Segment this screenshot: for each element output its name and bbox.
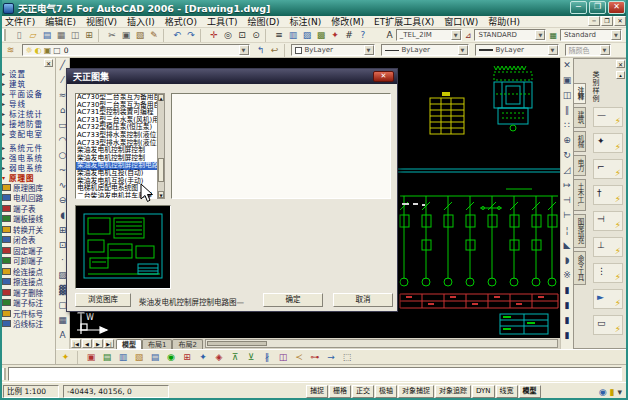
status-toggle[interactable]: 对象追踪 [435, 385, 471, 398]
screen-menu-group[interactable]: ▸强电系统 [0, 152, 55, 162]
table-icon[interactable]: ▦ [57, 313, 69, 328]
color-combo[interactable]: ByLayer ▼ [291, 44, 375, 56]
command-input[interactable] [8, 367, 622, 381]
zoom-realtime-icon[interactable]: ◎ [222, 29, 235, 42]
tz-probe-tool-icon[interactable]: ⊶ [309, 351, 322, 364]
status-menu-arrow-icon[interactable]: ▾ [617, 387, 622, 397]
linetype-combo[interactable]: ByLayer ▼ [381, 44, 469, 56]
panel-tool-2-icon[interactable]: ▮ [561, 298, 573, 313]
screen-menu-item[interactable]: 固定端子 [0, 245, 55, 256]
menu-item[interactable]: 文件(F) [0, 15, 40, 28]
dropdown-arrow-icon[interactable]: ▼ [548, 45, 558, 55]
copy-object-icon[interactable]: ▣ [561, 73, 573, 88]
menu-item[interactable]: 帮助(H) [483, 15, 525, 28]
panel-tool-4-icon[interactable]: ▮ [561, 328, 573, 343]
save-icon[interactable]: ▤ [41, 29, 54, 42]
stretch-icon[interactable]: ↦ [561, 178, 573, 193]
erase-icon[interactable]: ✕ [561, 58, 573, 73]
open-icon[interactable]: ▱ [27, 29, 40, 42]
dim-style-combo[interactable]: STANDARD ▼ [474, 29, 546, 41]
dialog-close-button[interactable]: ✕ [373, 71, 394, 82]
screen-menu-item[interactable]: 闭合表 [0, 235, 55, 246]
move-icon[interactable]: ⊕ [561, 133, 573, 148]
tab-nav-icon[interactable]: |◀ [71, 339, 81, 348]
menu-item[interactable]: 标注(N) [284, 15, 326, 28]
help-icon[interactable]: ? [357, 29, 370, 42]
quickcalc-icon[interactable]: # [343, 29, 356, 42]
tz-distribute-tool-icon[interactable]: ∦ [261, 351, 274, 364]
layer-previous-icon[interactable]: ↩ [268, 44, 281, 57]
extend-icon[interactable]: ⊢ [561, 208, 573, 223]
tz-symbol-tool-icon[interactable]: ▧ [133, 351, 146, 364]
properties-icon[interactable]: ≡ [273, 29, 286, 42]
dropdown-arrow-icon[interactable]: ▼ [458, 45, 468, 55]
plot-preview-icon[interactable]: ◫ [69, 29, 82, 42]
palette-tab[interactable]: 图案填充 [574, 214, 586, 248]
tz-circle-tool-icon[interactable]: ◉ [165, 351, 178, 364]
trim-icon[interactable]: ⊣ [561, 193, 573, 208]
screen-menu-item[interactable]: 转换开关 [0, 224, 55, 235]
dialog-title-bar[interactable]: 天正图集 [67, 69, 397, 84]
explode-icon[interactable]: ※ [561, 268, 573, 283]
palette-tab[interactable]: 建筑 [574, 107, 586, 128]
dropdown-arrow-icon[interactable]: ▼ [364, 45, 374, 55]
tz-link-tool-icon[interactable]: ◈ [213, 351, 226, 364]
table-style-combo[interactable]: Standard ▼ [560, 29, 622, 41]
dropdown-arrow-icon[interactable]: ▼ [451, 30, 461, 40]
publish-icon[interactable]: ⊞ [83, 29, 96, 42]
tz-box-tool-icon[interactable]: ⬚ [341, 351, 354, 364]
tz-arrow-tool-icon[interactable]: → [325, 351, 338, 364]
scroll-down-icon[interactable]: ▼ [158, 191, 164, 198]
tz-grid-tool-icon[interactable]: ▣ [85, 351, 98, 364]
screen-menu-item[interactable]: 原理图库 [0, 182, 55, 193]
break-icon[interactable]: ¦ [561, 223, 573, 238]
sheet-set-manager-icon[interactable]: ▩ [315, 29, 328, 42]
palette-tab[interactable]: 土木工.. [574, 179, 586, 211]
palette-close-icon[interactable]: ✕ [616, 60, 625, 68]
screen-menu-item[interactable]: 元件标号 [0, 308, 55, 319]
menu-item[interactable]: 视图(V) [81, 15, 122, 28]
dashed-line-tool-icon[interactable]: ⋮⚡ [593, 263, 623, 283]
screen-menu-group[interactable]: ▸系统元件 [0, 142, 55, 152]
copy-icon[interactable]: ▣ [120, 29, 133, 42]
browse-library-button[interactable]: 浏览图库 [75, 293, 131, 307]
fillet-icon[interactable]: ◗ [561, 253, 573, 268]
make-object-layer-current-icon[interactable]: ↰ [254, 44, 267, 57]
lineweight-combo[interactable]: ByLayer ▼ [475, 44, 559, 56]
command-grip[interactable] [2, 368, 6, 380]
status-toggle[interactable]: 极轴 [375, 385, 397, 398]
tz-measure-tool-icon[interactable]: ≺ [293, 351, 306, 364]
redo-icon[interactable]: ↷ [185, 29, 198, 42]
screen-menu-group[interactable]: ▸接地防雷 [0, 118, 55, 128]
horizontal-scrollbar[interactable] [205, 339, 558, 348]
layer-combo[interactable]: ☼◐▣□ 0 ▼ [22, 44, 250, 56]
tz-table-tool-icon[interactable]: ▤ [101, 351, 114, 364]
text-style-combo[interactable]: _TEL_2IM ▼ [396, 29, 462, 41]
screen-menu-group[interactable]: ▸变配电室 [0, 128, 55, 138]
array-icon[interactable]: ∷ [561, 118, 573, 133]
ok-button[interactable]: 确定 [263, 293, 323, 307]
mdi-minimize-button[interactable]: ─ [588, 16, 600, 26]
status-toggle[interactable]: 模型 [519, 385, 541, 398]
screen-menu-item[interactable]: 端板接线 [0, 214, 55, 225]
palette-tab[interactable]: 机械 [574, 131, 586, 152]
palette-tab[interactable]: 注释 [574, 83, 586, 104]
screen-menu-item[interactable]: 电机回路 [0, 193, 55, 204]
mdi-close-button[interactable]: ✕ [614, 16, 626, 26]
paste-icon[interactable]: ▧ [134, 29, 147, 42]
panel-tool-1-icon[interactable]: ▮ [561, 283, 573, 298]
screen-menu-group[interactable]: ▸标注统计 [0, 108, 55, 118]
dropdown-arrow-icon[interactable]: ▼ [239, 45, 249, 55]
screen-menu-group[interactable]: ▸平面设备 [0, 88, 55, 98]
coordinates-readout[interactable]: -40443, 40156, 0 [63, 385, 169, 398]
rotate-icon[interactable]: ↻ [561, 148, 573, 163]
menu-item[interactable]: 修改(M) [326, 15, 369, 28]
switch-tool-icon[interactable]: ⌐⚡ [593, 159, 623, 179]
tz-node-tool-icon[interactable]: ✦ [197, 351, 210, 364]
layer-manager-icon[interactable]: ≋ [4, 44, 17, 57]
screen-menu-group[interactable]: ▾原理图 [0, 172, 55, 182]
tz-mirror-tool-icon[interactable]: ◫ [277, 351, 290, 364]
menu-item[interactable]: 工具(T) [202, 15, 243, 28]
markup-set-manager-icon[interactable]: ✦ [329, 29, 342, 42]
palette-tab[interactable]: 命令工具 [574, 251, 586, 285]
